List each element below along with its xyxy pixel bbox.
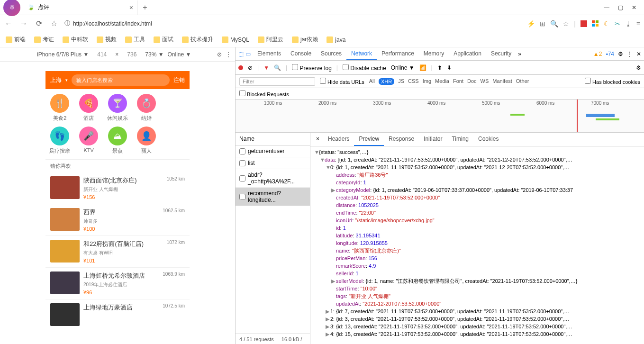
width-input[interactable]: 414 [92, 51, 111, 58]
shop-item[interactable]: 上海虹桥元希尔顿酒店1069.9 km2019年上海必住酒店¥96 [45, 268, 190, 299]
filter-type-ws[interactable]: WS [481, 78, 489, 85]
hide-data-checkbox[interactable]: Hide data URLs [320, 78, 364, 85]
inspect-icon[interactable]: ⬚ [238, 51, 244, 57]
devtools-tab-application[interactable]: Application [449, 48, 486, 60]
wifi-icon[interactable]: 📶 [419, 64, 426, 71]
ext-ms-icon[interactable] [592, 20, 599, 27]
bookmark-item[interactable]: 前端 [6, 36, 26, 44]
devtools-tab-memory[interactable]: Memory [419, 48, 449, 60]
warning-badge[interactable]: ▲2 [593, 51, 602, 57]
preserve-log-checkbox[interactable]: Preserve log [292, 64, 332, 72]
back-button[interactable]: ← [4, 19, 13, 28]
grid-icon[interactable]: ⊞ [540, 20, 545, 27]
shop-item[interactable]: 西界1062.5 km帅哥多¥100 [45, 204, 190, 236]
more-icon[interactable]: ⋮ [226, 51, 231, 58]
category-item[interactable]: 🍴美食2 [45, 94, 74, 122]
devtools-tab-elements[interactable]: Elements [253, 48, 286, 60]
throttle-select[interactable]: Online ▼ [168, 51, 191, 58]
close-icon[interactable]: × [129, 4, 133, 11]
filter-type-all[interactable]: All [369, 78, 375, 85]
rotate-icon[interactable]: ⊘ [217, 51, 222, 58]
ext-red-icon[interactable] [581, 20, 587, 27]
close-devtools-icon[interactable]: ✕ [636, 51, 641, 57]
throttle-select[interactable]: Online ▼ [391, 64, 415, 71]
kebab-icon[interactable]: ⋮ [627, 51, 633, 57]
search-input[interactable]: 输入门店名搜索 [72, 74, 170, 86]
filter-type-xhr[interactable]: XHR [379, 78, 394, 85]
category-item[interactable]: 💍结婚 [132, 94, 161, 122]
category-item[interactable]: 🍸休闲娱乐 [103, 94, 132, 122]
upload-icon[interactable]: ⬆ [437, 64, 442, 71]
more-tabs-icon[interactable]: » [518, 51, 521, 57]
filter-type-other[interactable]: Other [516, 78, 529, 85]
bookmark-item[interactable]: jar依赖 [292, 36, 318, 44]
bookmark-item[interactable]: 工具 [125, 36, 145, 44]
category-item[interactable]: ⛰景点 [103, 127, 132, 154]
category-item[interactable]: 👣足疗按摩 [45, 127, 74, 154]
bookmark-item[interactable]: 技术提升 [182, 36, 213, 44]
download-icon[interactable]: ⬇ [447, 64, 452, 71]
reload-button[interactable]: ⟳ [34, 19, 44, 28]
blocked-cookies-checkbox[interactable]: Has blocked cookies [585, 78, 640, 85]
devtools-tab-network[interactable]: Network [346, 48, 377, 60]
device-mode-icon[interactable]: ▭ [245, 51, 251, 57]
close-detail-icon[interactable]: × [312, 133, 323, 146]
detail-tab-headers[interactable]: Headers [323, 133, 354, 146]
filter-type-font[interactable]: Font [453, 78, 463, 85]
menu-icon[interactable]: ≡ [636, 20, 640, 27]
request-row[interactable]: abdr?_o=http%3A%2F... [236, 169, 310, 188]
filter-type-media[interactable]: Media [435, 78, 449, 85]
bookmark-item[interactable]: 阿里云 [258, 36, 283, 44]
filter-icon[interactable]: ▼ [263, 64, 269, 71]
request-row[interactable]: getcurrentuser [236, 145, 310, 157]
city-label[interactable]: 上海 [50, 76, 62, 84]
filter-type-doc[interactable]: Doc [467, 78, 477, 85]
record-button[interactable] [238, 65, 243, 70]
detail-tab-preview[interactable]: Preview [354, 133, 384, 146]
name-column-header[interactable]: Name [236, 133, 310, 145]
device-select[interactable]: iPhone 6/7/8 Plus ▼ [37, 51, 89, 58]
devtools-tab-security[interactable]: Security [486, 48, 516, 60]
disable-cache-checkbox[interactable]: Disable cache [343, 64, 386, 72]
filter-type-manifest[interactable]: Manifest [492, 78, 512, 85]
clear-icon[interactable]: ⊘ [248, 64, 253, 71]
logout-link[interactable]: 注销 [173, 76, 185, 84]
forward-button[interactable]: → [19, 19, 28, 28]
star2-icon[interactable]: ☆ [563, 20, 569, 27]
request-row[interactable]: list [236, 157, 310, 169]
bookmark-item[interactable]: MySQL [222, 36, 249, 43]
filter-type-js[interactable]: JS [398, 78, 404, 85]
blocked-requests-checkbox[interactable]: Blocked Requests [239, 90, 289, 97]
filter-type-css[interactable]: CSS [408, 78, 419, 85]
waterfall-chart[interactable]: 1000 ms2000 ms3000 ms4000 ms5000 ms6000 … [236, 100, 644, 133]
filter-input[interactable]: Filter [239, 77, 315, 86]
close-button[interactable]: ✕ [632, 4, 636, 11]
download-icon[interactable]: ⭳ [625, 20, 632, 27]
category-item[interactable]: 👤丽人 [132, 127, 161, 154]
detail-tab-response[interactable]: Response [384, 133, 419, 146]
devtools-tab-sources[interactable]: Sources [316, 48, 346, 60]
info-badge[interactable]: ▪74 [606, 51, 614, 57]
category-item[interactable]: 🎤KTV [74, 127, 103, 154]
settings-icon[interactable]: ⚙ [618, 51, 623, 57]
height-input[interactable]: 736 [122, 51, 141, 58]
bookmark-item[interactable]: 考证 [34, 36, 54, 44]
search-icon[interactable]: 🔍 [274, 64, 281, 71]
new-tab-button[interactable]: + [137, 3, 153, 12]
bookmark-item[interactable]: 中科软 [63, 36, 88, 44]
zoom-icon[interactable]: 🔍 [550, 20, 558, 27]
bookmark-item[interactable]: 面试 [154, 36, 173, 44]
devtools-tab-console[interactable]: Console [286, 48, 316, 60]
bookmark-item[interactable]: 视频 [97, 36, 117, 44]
shop-item[interactable]: 陕西面馆(北京亦庄)1052 km新开业 人气爆棚¥156 [45, 172, 190, 204]
moon-icon[interactable]: ☾ [604, 20, 610, 27]
json-preview[interactable]: ▼{status: "success",…}▼data: [{id: 1, cr… [310, 146, 644, 344]
shop-item[interactable]: 和22府捞面(百脑汇店)1072 km有大桌 有WIFI¥101 [45, 236, 190, 268]
bookmark-item[interactable]: java [327, 36, 345, 43]
detail-tab-timing[interactable]: Timing [447, 133, 473, 146]
browser-tab[interactable]: 🍃 点评 × [24, 0, 137, 15]
detail-tab-initiator[interactable]: Initiator [419, 133, 447, 146]
minimize-button[interactable]: — [604, 4, 609, 11]
url-input[interactable]: ⓘ http://localhost/static/index.html [64, 19, 521, 27]
category-item[interactable]: 🍕酒店 [74, 94, 103, 122]
